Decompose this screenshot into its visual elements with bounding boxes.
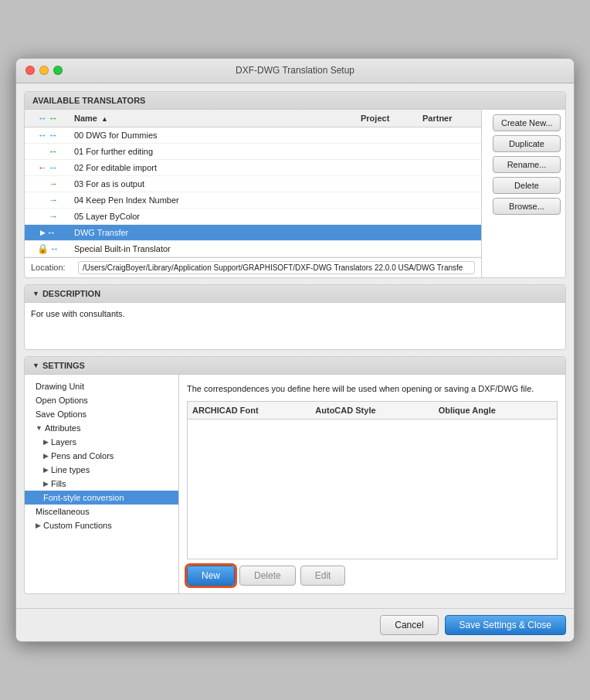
delete-button[interactable]: Delete	[493, 177, 561, 194]
arrow-icon: →	[49, 211, 58, 222]
expand-triangle: ▶	[36, 522, 41, 529]
row-icons: →	[25, 211, 71, 222]
table-row[interactable]: → 04 Keep Pen Index Number	[25, 192, 481, 209]
rename-button[interactable]: Rename...	[493, 156, 561, 173]
save-settings-button[interactable]: Save Settings & Close	[445, 615, 566, 635]
description-text: For use with consultants.	[31, 309, 125, 318]
minimize-button[interactable]	[39, 66, 49, 75]
expand-triangle: ▶	[43, 452, 49, 460]
content-area: AVAILABLE TRANSLATORS ↔ ↔ Name ▲ Pr	[16, 83, 574, 609]
arrow-icon: ↔	[47, 227, 56, 238]
duplicate-button[interactable]: Duplicate	[493, 135, 561, 152]
arrow-icon: ←	[38, 162, 47, 173]
translators-header: AVAILABLE TRANSLATORS	[25, 92, 565, 110]
row-icons: 🔒 ↔	[25, 243, 71, 254]
row-name: 04 Keep Pen Index Number	[71, 194, 481, 206]
table-row[interactable]: ↔ 01 For further editing	[25, 144, 481, 160]
create-new-button[interactable]: Create New...	[493, 114, 561, 131]
main-window: DXF-DWG Translation Setup AVAILABLE TRAN…	[15, 58, 575, 643]
font-table-buttons: New Delete Edit	[187, 566, 558, 586]
footer: Cancel Save Settings & Close	[16, 608, 574, 641]
location-row: Location: /Users/CraigBoyer/Library/Appl…	[25, 257, 481, 277]
settings-item-line-types[interactable]: ▶ Line types	[25, 463, 178, 477]
row-name: 03 For as is output	[71, 178, 481, 190]
settings-item-pens-colors[interactable]: ▶ Pens and Colors	[25, 449, 178, 463]
translator-buttons: Create New... Duplicate Rename... Delete…	[488, 110, 565, 277]
row-icons: →	[25, 195, 71, 206]
table-row[interactable]: → 03 For as is output	[25, 176, 481, 192]
triangle-icon: ▼	[32, 362, 39, 369]
translator-list: ↔ ↔ Name ▲ Project Partner ↔	[25, 110, 482, 277]
table-row[interactable]: 🔒 ↔ Special Built-in Translator	[25, 241, 481, 257]
arrow-icon: ↔	[49, 162, 58, 173]
row-name: Special Built-in Translator	[71, 243, 481, 255]
font-table: ARCHICAD Font AutoCAD Style Oblique Angl…	[187, 401, 558, 559]
settings-item-miscellaneous[interactable]: Miscellaneous	[25, 505, 178, 518]
translators-section: AVAILABLE TRANSLATORS ↔ ↔ Name ▲ Pr	[24, 91, 566, 278]
arrow-icon: →	[49, 178, 58, 189]
expand-triangle: ▼	[36, 424, 42, 432]
titlebar: DXF-DWG Translation Setup	[16, 59, 574, 83]
settings-right: The correspondences you define here will…	[179, 375, 565, 594]
play-icon: ▶	[40, 229, 46, 236]
translator-col-header: ↔ ↔ Name ▲ Project Partner	[25, 110, 481, 127]
font-table-body	[188, 420, 557, 559]
col-project-header: Project	[358, 112, 419, 124]
arrow-icon: ↔	[50, 243, 59, 254]
settings-item-drawing-unit[interactable]: Drawing Unit	[25, 379, 178, 393]
settings-item-fills[interactable]: ▶ Fills	[25, 477, 178, 491]
arrow-icon: ↔	[49, 130, 58, 141]
settings-item-custom-functions[interactable]: ▶ Custom Functions	[25, 518, 178, 532]
browse-button[interactable]: Browse...	[493, 198, 561, 215]
settings-body: Drawing Unit Open Options Save Options ▼…	[25, 375, 565, 594]
arrow-icon: →	[49, 195, 58, 206]
col-arrows: ↔ ↔	[25, 112, 71, 124]
settings-description: The correspondences you define here will…	[187, 382, 558, 396]
row-name: 00 DWG for Dummies	[71, 129, 481, 141]
row-icons: →	[25, 178, 71, 189]
row-name: 02 For editable import	[71, 161, 481, 174]
row-icons: ↔	[25, 146, 71, 157]
settings-nav: Drawing Unit Open Options Save Options ▼…	[25, 375, 179, 594]
cancel-button[interactable]: Cancel	[380, 615, 438, 635]
settings-item-font-style[interactable]: Font-style conversion	[25, 491, 178, 505]
maximize-button[interactable]	[53, 66, 63, 75]
settings-item-save-options[interactable]: Save Options	[25, 407, 178, 421]
col-partner-header: Partner	[419, 112, 481, 124]
settings-item-open-options[interactable]: Open Options	[25, 393, 178, 407]
settings-header: ▼ SETTINGS	[25, 357, 565, 375]
new-button[interactable]: New	[187, 566, 235, 586]
close-button[interactable]	[25, 66, 35, 75]
row-icons: ← ↔	[25, 162, 71, 173]
row-icons: ↔ ↔	[25, 130, 71, 141]
table-row[interactable]: ↔ ↔ 00 DWG for Dummies	[25, 127, 481, 144]
location-label: Location:	[31, 263, 73, 272]
settings-item-attributes[interactable]: ▼ Attributes	[25, 421, 178, 435]
lock-icon: 🔒	[37, 243, 49, 254]
font-col-oblique: Oblique Angle	[434, 404, 557, 416]
sort-arrow: ▲	[101, 115, 108, 123]
description-header: ▼ DESCRIPTION	[25, 285, 565, 303]
translators-body: ↔ ↔ Name ▲ Project Partner ↔	[25, 110, 565, 277]
col-arrow2: ↔	[49, 113, 58, 124]
settings-item-layers[interactable]: ▶ Layers	[25, 435, 178, 449]
col-arrow1: ↔	[38, 113, 47, 124]
table-row[interactable]: ← ↔ 02 For editable import	[25, 160, 481, 176]
arrow-icon: ↔	[38, 130, 47, 141]
table-row[interactable]: ▶ ↔ DWG Transfer	[25, 225, 481, 241]
edit-button[interactable]: Edit	[300, 566, 346, 586]
expand-triangle: ▶	[43, 480, 49, 488]
traffic-lights	[25, 66, 63, 75]
table-row[interactable]: → 05 Layer ByColor	[25, 209, 481, 225]
delete-entry-button[interactable]: Delete	[239, 566, 296, 586]
description-section: ▼ DESCRIPTION For use with consultants.	[24, 284, 566, 350]
settings-section: ▼ SETTINGS Drawing Unit Open Options Sav…	[24, 356, 566, 595]
font-table-header: ARCHICAD Font AutoCAD Style Oblique Angl…	[188, 402, 557, 420]
description-body: For use with consultants.	[25, 303, 565, 349]
row-icons: ▶ ↔	[25, 227, 71, 238]
col-name-header: Name ▲	[71, 112, 358, 124]
window-title: DXF-DWG Translation Setup	[236, 65, 354, 76]
expand-triangle: ▶	[43, 438, 49, 446]
font-col-archicad: ARCHICAD Font	[188, 404, 310, 416]
font-col-autocad: AutoCAD Style	[310, 404, 433, 416]
